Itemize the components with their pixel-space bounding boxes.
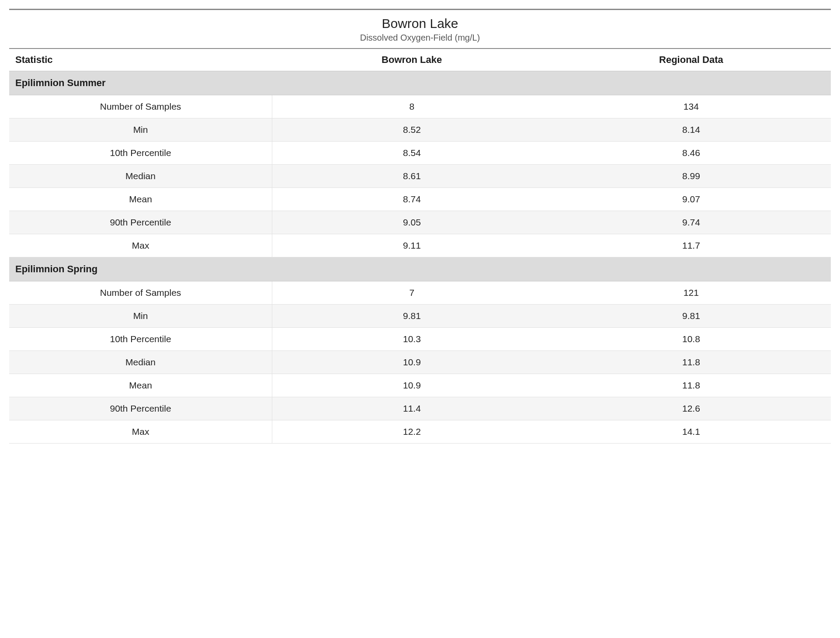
col-header-regional: Regional Data [552, 49, 831, 71]
col-header-lake: Bowron Lake [272, 49, 552, 71]
table-row: Mean 8.74 9.07 [9, 188, 831, 211]
table-row: Max 9.11 11.7 [9, 234, 831, 257]
table-row: 10th Percentile 10.3 10.8 [9, 328, 831, 351]
table-row: Median 8.61 8.99 [9, 165, 831, 188]
table-row: Mean 10.9 11.8 [9, 374, 831, 397]
table-row: Number of Samples 8 134 [9, 95, 831, 118]
stat-label: Max [9, 420, 272, 444]
table-row: 90th Percentile 11.4 12.6 [9, 397, 831, 420]
table-row: 90th Percentile 9.05 9.74 [9, 211, 831, 234]
title-row: Bowron Lake [9, 10, 831, 32]
stat-label: Mean [9, 374, 272, 397]
stat-label: Median [9, 351, 272, 374]
column-header-row: Statistic Bowron Lake Regional Data [9, 49, 831, 71]
stat-label: Max [9, 234, 272, 257]
col-header-statistic: Statistic [9, 49, 272, 71]
stat-label: Min [9, 118, 272, 142]
stat-label: 90th Percentile [9, 211, 272, 234]
table-row: Max 12.2 14.1 [9, 420, 831, 444]
stat-lake: 8.74 [272, 188, 552, 211]
stats-table-container: Bowron Lake Dissolved Oxygen-Field (mg/L… [9, 9, 831, 444]
table-row: Min 9.81 9.81 [9, 305, 831, 328]
table-row: Number of Samples 7 121 [9, 281, 831, 305]
subtitle-row: Dissolved Oxygen-Field (mg/L) [9, 32, 831, 49]
stat-lake: 9.11 [272, 234, 552, 257]
table-row: Min 8.52 8.14 [9, 118, 831, 142]
table-subtitle: Dissolved Oxygen-Field (mg/L) [9, 32, 831, 49]
stat-regional: 12.6 [552, 397, 831, 420]
table-row: 10th Percentile 8.54 8.46 [9, 142, 831, 165]
stat-regional: 14.1 [552, 420, 831, 444]
section-name: Epilimnion Summer [9, 71, 831, 95]
section-header: Epilimnion Spring [9, 257, 831, 281]
stat-lake: 8 [272, 95, 552, 118]
stat-label: Number of Samples [9, 281, 272, 305]
section-name: Epilimnion Spring [9, 257, 831, 281]
stat-regional: 11.7 [552, 234, 831, 257]
stat-lake: 7 [272, 281, 552, 305]
stat-lake: 10.3 [272, 328, 552, 351]
table-body: Epilimnion Summer Number of Samples 8 13… [9, 71, 831, 444]
stat-lake: 8.52 [272, 118, 552, 142]
stat-lake: 8.61 [272, 165, 552, 188]
stat-regional: 9.81 [552, 305, 831, 328]
stat-label: Min [9, 305, 272, 328]
stat-regional: 9.74 [552, 211, 831, 234]
stat-label: 90th Percentile [9, 397, 272, 420]
stat-label: 10th Percentile [9, 142, 272, 165]
stats-table: Bowron Lake Dissolved Oxygen-Field (mg/L… [9, 9, 831, 444]
stat-lake: 8.54 [272, 142, 552, 165]
stat-regional: 10.8 [552, 328, 831, 351]
stat-label: 10th Percentile [9, 328, 272, 351]
stat-regional: 11.8 [552, 351, 831, 374]
table-row: Median 10.9 11.8 [9, 351, 831, 374]
stat-label: Median [9, 165, 272, 188]
stat-regional: 11.8 [552, 374, 831, 397]
stat-label: Mean [9, 188, 272, 211]
stat-lake: 9.81 [272, 305, 552, 328]
stat-regional: 8.99 [552, 165, 831, 188]
stat-label: Number of Samples [9, 95, 272, 118]
section-header: Epilimnion Summer [9, 71, 831, 95]
stat-regional: 8.46 [552, 142, 831, 165]
stat-lake: 10.9 [272, 374, 552, 397]
table-title: Bowron Lake [9, 10, 831, 32]
stat-regional: 9.07 [552, 188, 831, 211]
stat-lake: 9.05 [272, 211, 552, 234]
stat-regional: 134 [552, 95, 831, 118]
stat-lake: 11.4 [272, 397, 552, 420]
stat-lake: 12.2 [272, 420, 552, 444]
stat-lake: 10.9 [272, 351, 552, 374]
stat-regional: 121 [552, 281, 831, 305]
stat-regional: 8.14 [552, 118, 831, 142]
